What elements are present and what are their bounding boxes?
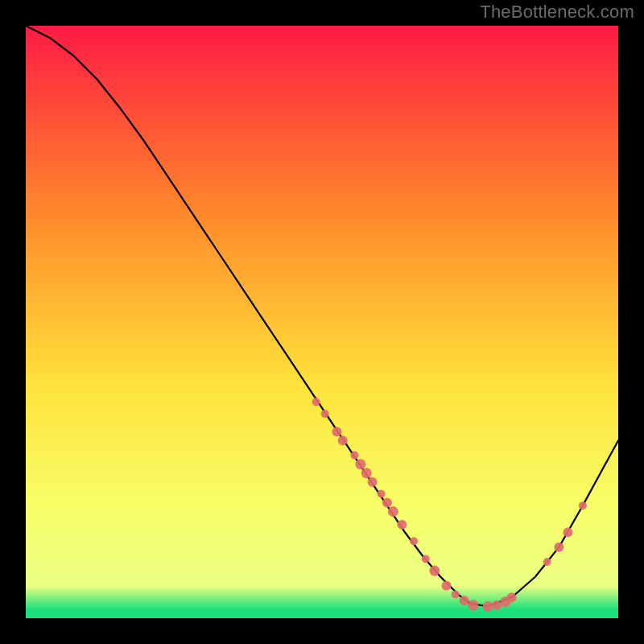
data-point <box>355 459 365 469</box>
data-point <box>422 555 430 563</box>
data-point <box>338 436 348 445</box>
data-point <box>442 581 452 591</box>
data-point <box>388 506 398 517</box>
data-point <box>452 591 460 599</box>
data-point <box>312 398 320 406</box>
data-point <box>382 497 392 507</box>
data-point <box>468 600 478 610</box>
plot-area <box>26 26 618 618</box>
chart-svg <box>26 26 618 618</box>
data-point <box>579 502 587 510</box>
chart-background <box>26 26 618 618</box>
data-point <box>460 596 469 605</box>
data-point <box>397 520 407 530</box>
data-point <box>378 489 386 497</box>
data-point <box>554 543 564 552</box>
data-point <box>321 410 329 418</box>
data-point <box>507 592 517 602</box>
chart-frame: TheBottleneck.com <box>0 0 644 644</box>
data-point <box>543 558 551 566</box>
data-point <box>483 601 493 612</box>
data-point <box>332 427 341 436</box>
data-point <box>429 566 440 576</box>
watermark: TheBottleneck.com <box>480 2 634 23</box>
data-point <box>563 527 572 537</box>
data-point <box>368 477 378 487</box>
data-point <box>410 537 418 545</box>
data-point <box>361 468 372 478</box>
data-point <box>492 601 502 610</box>
data-point <box>350 452 358 460</box>
